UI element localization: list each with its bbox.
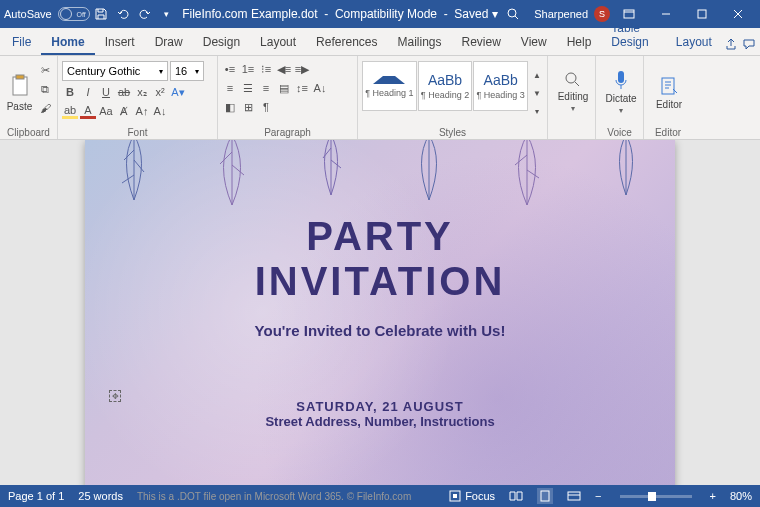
dictate-button[interactable]: Dictate ▾ <box>600 58 642 126</box>
tab-review[interactable]: Review <box>452 29 511 55</box>
font-size-select[interactable]: 16▾ <box>170 61 204 81</box>
web-layout-icon[interactable] <box>567 490 581 502</box>
invitation-address[interactable]: Street Address, Number, Instructions <box>85 414 675 429</box>
grow-font-icon[interactable]: A↑ <box>134 103 150 119</box>
align-right-icon[interactable]: ≡ <box>258 80 274 96</box>
align-center-icon[interactable]: ☰ <box>240 80 256 96</box>
italic-icon[interactable]: I <box>80 84 96 100</box>
styles-expand-icon[interactable]: ▾ <box>529 104 543 120</box>
tab-layout2[interactable]: Layout <box>666 29 722 55</box>
maximize-button[interactable] <box>684 0 720 28</box>
font-color-icon[interactable]: A <box>80 103 96 119</box>
svg-rect-7 <box>662 78 674 94</box>
paste-icon <box>9 73 31 99</box>
customize-qat-icon[interactable]: ▾ <box>158 5 176 23</box>
tab-table-design[interactable]: Table Design <box>601 15 665 55</box>
strikethrough-icon[interactable]: ab <box>116 84 132 100</box>
file-caption: This is a .DOT file open in Microsoft Wo… <box>137 491 411 502</box>
decrease-indent-icon[interactable]: ◀≡ <box>276 61 292 77</box>
show-marks-icon[interactable]: ¶ <box>258 99 274 115</box>
document-page[interactable]: PARTY INVITATION You're Invited to Celeb… <box>85 140 675 485</box>
word-count[interactable]: 25 words <box>78 490 123 502</box>
tab-layout[interactable]: Layout <box>250 29 306 55</box>
tab-home[interactable]: Home <box>41 29 94 55</box>
superscript-icon[interactable]: x² <box>152 84 168 100</box>
svg-point-0 <box>508 9 516 17</box>
tab-references[interactable]: References <box>306 29 387 55</box>
zoom-in-button[interactable]: + <box>710 490 716 502</box>
tab-help[interactable]: Help <box>557 29 602 55</box>
style-heading1[interactable]: ¶ Heading 1 <box>362 61 417 111</box>
increase-indent-icon[interactable]: ≡▶ <box>294 61 310 77</box>
shading-icon[interactable]: ◧ <box>222 99 238 115</box>
text-effects-icon[interactable]: A▾ <box>170 84 186 100</box>
redo-icon[interactable] <box>136 5 154 23</box>
page-count[interactable]: Page 1 of 1 <box>8 490 64 502</box>
group-label: Paragraph <box>222 126 353 139</box>
document-area[interactable]: PARTY INVITATION You're Invited to Celeb… <box>0 140 760 485</box>
close-button[interactable] <box>720 0 756 28</box>
bullets-icon[interactable]: •≡ <box>222 61 238 77</box>
read-mode-icon[interactable] <box>509 490 523 502</box>
sort-icon[interactable]: A↓ <box>312 80 328 96</box>
styles-scroll-up-icon[interactable]: ▲ <box>529 68 543 84</box>
align-left-icon[interactable]: ≡ <box>222 80 238 96</box>
zoom-out-button[interactable]: − <box>595 490 601 502</box>
bold-icon[interactable]: B <box>62 84 78 100</box>
invitation-subtitle[interactable]: You're Invited to Celebrate with Us! <box>85 322 675 339</box>
borders-icon[interactable]: ⊞ <box>240 99 256 115</box>
tab-draw[interactable]: Draw <box>145 29 193 55</box>
copy-icon[interactable]: ⧉ <box>37 81 53 97</box>
style-heading3[interactable]: AaBb¶ Heading 3 <box>473 61 528 111</box>
invitation-date[interactable]: SATURDAY, 21 AUGUST <box>85 399 675 414</box>
username-label[interactable]: Sharpened <box>534 8 588 20</box>
multilevel-icon[interactable]: ⁝≡ <box>258 61 274 77</box>
svg-rect-6 <box>618 71 624 83</box>
tab-design[interactable]: Design <box>193 29 250 55</box>
comments-icon[interactable] <box>742 33 756 55</box>
highlight-icon[interactable]: ab <box>62 103 78 119</box>
zoom-slider[interactable] <box>620 495 692 498</box>
toggle-switch[interactable]: Off <box>58 7 90 21</box>
autosave-label: AutoSave <box>4 8 52 20</box>
tab-file[interactable]: File <box>2 29 41 55</box>
editor-button[interactable]: Editor <box>648 58 690 126</box>
group-editor: Editor Editor <box>644 56 692 139</box>
focus-icon <box>449 490 461 502</box>
group-font: Century Gothic▾ 16▾ B I U ab x₂ x² A▾ ab… <box>58 56 218 139</box>
underline-icon[interactable]: U <box>98 84 114 100</box>
focus-mode-button[interactable]: Focus <box>449 490 495 502</box>
tab-insert[interactable]: Insert <box>95 29 145 55</box>
shrink-font-icon[interactable]: A↓ <box>152 103 168 119</box>
zoom-level[interactable]: 80% <box>730 490 752 502</box>
tab-mailings[interactable]: Mailings <box>387 29 451 55</box>
style-heading2[interactable]: AaBb¶ Heading 2 <box>418 61 473 111</box>
editing-button[interactable]: Editing ▾ <box>552 58 594 126</box>
justify-icon[interactable]: ▤ <box>276 80 292 96</box>
autosave-toggle[interactable]: AutoSave Off <box>4 7 90 21</box>
subscript-icon[interactable]: x₂ <box>134 84 150 100</box>
ribbon: Paste ✂ ⧉ 🖌 Clipboard Century Gothic▾ 16… <box>0 56 760 140</box>
tab-view[interactable]: View <box>511 29 557 55</box>
share-icon[interactable] <box>724 33 738 55</box>
format-painter-icon[interactable]: 🖌 <box>37 100 53 116</box>
group-clipboard: Paste ✂ ⧉ 🖌 Clipboard <box>0 56 58 139</box>
cut-icon[interactable]: ✂ <box>37 62 53 78</box>
styles-gallery[interactable]: ¶ Heading 1 AaBb¶ Heading 2 AaBb¶ Headin… <box>362 58 543 126</box>
undo-icon[interactable] <box>114 5 132 23</box>
ribbon-tabs: File Home Insert Draw Design Layout Refe… <box>0 28 760 56</box>
decorative-leaves <box>85 140 675 200</box>
line-spacing-icon[interactable]: ↕≡ <box>294 80 310 96</box>
invitation-title-1[interactable]: PARTY <box>85 214 675 259</box>
paste-button[interactable]: Paste <box>4 58 35 126</box>
search-icon[interactable] <box>504 5 522 23</box>
invitation-title-2[interactable]: INVITATION <box>85 259 675 304</box>
print-layout-icon[interactable] <box>537 488 553 504</box>
save-icon[interactable] <box>92 5 110 23</box>
change-case-icon[interactable]: Aa <box>98 103 114 119</box>
numbering-icon[interactable]: 1≡ <box>240 61 256 77</box>
styles-scroll-down-icon[interactable]: ▼ <box>529 86 543 102</box>
clear-formatting-icon[interactable]: A̸ <box>116 103 132 119</box>
font-name-select[interactable]: Century Gothic▾ <box>62 61 168 81</box>
microphone-icon <box>613 69 629 91</box>
